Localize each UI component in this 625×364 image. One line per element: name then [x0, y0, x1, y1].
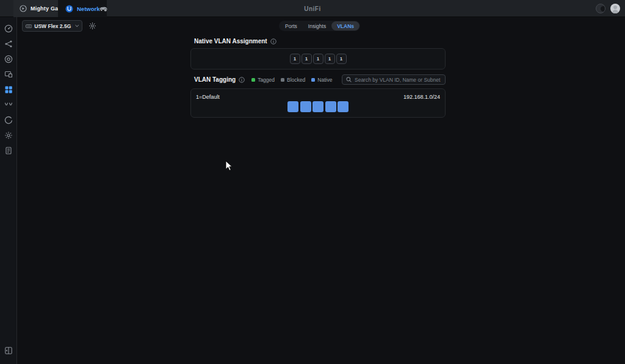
port-tag-cell[interactable]	[338, 101, 349, 112]
native-swatch	[311, 78, 315, 82]
port-native-vlan-select[interactable]: 1	[290, 54, 300, 64]
port-native-vlan-select[interactable]: 1	[313, 54, 323, 64]
port-tag-cell[interactable]	[325, 101, 336, 112]
native-vlan-panel: 1 1 1 1 1	[190, 48, 446, 70]
device-settings-button[interactable]	[89, 22, 96, 30]
port-tag-cell[interactable]	[312, 101, 323, 112]
view-tabs: Ports Insights VLANs	[279, 21, 360, 31]
sidebar-item-topology[interactable]	[4, 40, 13, 48]
blocked-swatch	[281, 78, 284, 82]
sidebar	[0, 17, 17, 364]
sidebar-item-settings[interactable]	[4, 131, 13, 140]
port-native-vlan-select[interactable]: 1	[336, 54, 347, 64]
port-native-vlan-select[interactable]: 1	[325, 54, 335, 64]
native-vlan-section-header: Native VLAN Assignment	[194, 38, 276, 45]
topbar-right	[596, 0, 620, 17]
native-port-selectors: 1 1 1 1 1	[290, 54, 347, 64]
unifi-network-app: Mighty Gadgets UCG Max Network UniFi	[0, 0, 625, 364]
legend-native: Native	[311, 77, 332, 83]
sidebar-item-dashboard[interactable]	[4, 24, 13, 33]
sidebar-collapse-icon[interactable]	[4, 346, 13, 355]
port-tag-cell[interactable]	[287, 101, 298, 112]
info-icon[interactable]	[270, 38, 276, 45]
sidebar-item-ports[interactable]	[4, 85, 13, 94]
device-selector-label: USW Flex 2.5G Mi...	[34, 23, 72, 29]
sidebar-item-devices[interactable]	[4, 55, 13, 63]
device-selector[interactable]: USW Flex 2.5G Mi...	[22, 20, 82, 32]
sidebar-item-system-log[interactable]	[4, 146, 13, 155]
vlan-tagging-title: VLAN Tagging	[194, 76, 236, 83]
network-app-icon	[65, 5, 73, 13]
vlan-row[interactable]: 1=Default 192.168.1.0/24	[190, 88, 446, 118]
vlan-search	[342, 74, 446, 85]
vlan-name: 1=Default	[196, 94, 220, 100]
search-input[interactable]	[355, 77, 441, 83]
tagged-swatch	[251, 78, 255, 82]
legend-blocked: Blocked	[281, 77, 305, 83]
vlan-row-header: 1=Default 192.168.1.0/24	[196, 94, 440, 100]
tagging-legend: Tagged Blocked Native	[251, 77, 332, 83]
native-vlan-title: Native VLAN Assignment	[194, 38, 267, 45]
tab-insights[interactable]: Insights	[303, 21, 331, 30]
vlan-subnet: 192.168.1.0/24	[403, 94, 440, 100]
user-avatar[interactable]	[610, 4, 620, 13]
sidebar-item-radios[interactable]	[4, 101, 13, 109]
port-native-vlan-select[interactable]: 1	[302, 54, 312, 64]
vlan-tagging-section-header: VLAN Tagging Tagged Blocked Native	[194, 76, 332, 83]
chevron-down-icon	[75, 24, 79, 27]
info-icon[interactable]	[239, 77, 245, 83]
sidebar-item-security[interactable]	[4, 116, 13, 124]
port-tag-cell[interactable]	[300, 101, 311, 112]
topbar: Mighty Gadgets UCG Max Network UniFi	[0, 0, 625, 17]
tab-vlans[interactable]: VLANs	[331, 21, 359, 30]
legend-tagged: Tagged	[251, 77, 275, 83]
search-icon	[346, 77, 352, 82]
vlan-port-cells	[191, 101, 445, 112]
switch-icon	[26, 24, 32, 29]
theme-toggle-icon[interactable]	[596, 4, 605, 13]
app-switcher-tab[interactable]	[93, 0, 114, 17]
mouse-cursor	[225, 160, 233, 171]
tab-ports[interactable]: Ports	[280, 21, 303, 30]
console-icon	[20, 5, 27, 12]
sidebar-item-clients[interactable]	[4, 70, 13, 79]
drive-app-icon	[99, 5, 108, 12]
